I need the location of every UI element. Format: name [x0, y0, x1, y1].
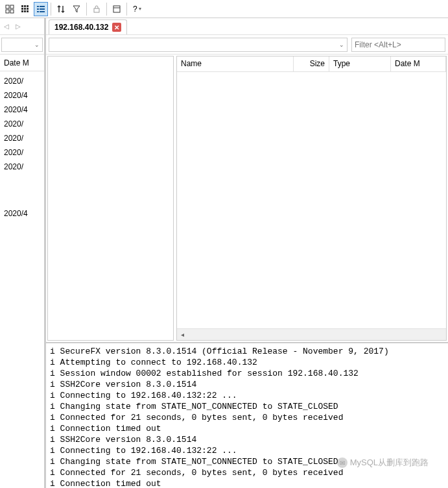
close-icon[interactable]: ✕	[112, 23, 121, 32]
svg-rect-2	[6, 10, 9, 13]
horizontal-scrollbar[interactable]: ◂	[177, 328, 446, 340]
svg-rect-11	[24, 10, 26, 12]
toolbar-separator	[51, 3, 51, 16]
column-header: Name Size Type Date M	[177, 56, 446, 72]
svg-rect-9	[27, 8, 29, 10]
tab-label: 192.168.40.132	[54, 23, 108, 32]
toolbar: ? ▾	[0, 0, 448, 18]
list-item[interactable]: 2020/4	[4, 206, 40, 221]
file-area: Name Size Type Date M ◂ i SecureFX versi…	[46, 55, 448, 488]
chevron-down-icon: ⌄	[339, 42, 344, 48]
date-list: 2020/2020/42020/42020/2020/2020/2020/ 20…	[0, 71, 44, 223]
svg-rect-16	[40, 8, 45, 10]
svg-rect-4	[21, 5, 23, 7]
svg-rect-13	[37, 6, 39, 7]
list-item[interactable]: 2020/4	[4, 88, 40, 103]
properties-button[interactable]	[110, 2, 124, 16]
svg-rect-17	[37, 11, 39, 12]
column-size[interactable]: Size	[294, 56, 329, 71]
file-list-body[interactable]	[177, 72, 446, 328]
file-split: Name Size Type Date M ◂	[46, 55, 448, 342]
svg-rect-14	[40, 6, 45, 7]
column-type[interactable]: Type	[329, 56, 391, 71]
session-tab[interactable]: 192.168.40.132 ✕	[49, 19, 127, 34]
svg-rect-7	[21, 8, 23, 10]
filter-row: ⌄	[46, 35, 448, 55]
left-panel: ◁ ▷ ⌄ Date M 2020/2020/42020/42020/2020/…	[0, 18, 45, 488]
chevron-down-icon: ▾	[139, 6, 141, 12]
help-button[interactable]: ? ▾	[130, 2, 145, 16]
svg-rect-19	[94, 8, 99, 12]
left-header[interactable]: Date M	[0, 55, 44, 71]
list-item[interactable]: 2020/	[4, 131, 40, 145]
column-name[interactable]: Name	[177, 56, 294, 71]
tree-pane[interactable]	[47, 56, 174, 341]
list-item[interactable]: 2020/	[4, 117, 40, 131]
help-label: ?	[133, 5, 137, 14]
svg-rect-6	[27, 5, 29, 7]
svg-rect-1	[10, 5, 14, 8]
main-area: ◁ ▷ ⌄ Date M 2020/2020/42020/42020/2020/…	[0, 18, 448, 488]
svg-rect-15	[37, 8, 39, 10]
svg-rect-3	[10, 10, 14, 13]
nav-row: ◁ ▷	[0, 18, 44, 35]
list-item[interactable]: 2020/	[4, 74, 40, 88]
svg-rect-10	[21, 10, 23, 12]
filter-button[interactable]	[69, 2, 84, 16]
toolbar-separator	[126, 3, 127, 16]
chevron-down-icon: ⌄	[34, 42, 40, 48]
svg-rect-12	[27, 10, 29, 12]
scroll-left-icon[interactable]: ◂	[177, 331, 187, 338]
path-combo-right[interactable]: ⌄	[49, 38, 348, 52]
combo-row: ⌄	[0, 35, 44, 55]
nav-back-icon[interactable]: ◁	[4, 23, 9, 30]
path-combo-left[interactable]: ⌄	[1, 38, 43, 52]
svg-rect-20	[113, 6, 120, 12]
toolbar-separator	[86, 3, 87, 16]
sort-button[interactable]	[54, 2, 68, 16]
view-large-icons-button[interactable]	[3, 2, 17, 16]
view-list-button[interactable]	[34, 2, 48, 16]
svg-rect-18	[40, 11, 45, 12]
right-panel: 192.168.40.132 ✕ ⌄ Name Size Type Date M	[45, 18, 448, 488]
tab-bar: 192.168.40.132 ✕	[46, 18, 448, 35]
toolbar-separator	[106, 3, 107, 16]
lock-button[interactable]	[89, 2, 104, 16]
list-pane: Name Size Type Date M ◂	[176, 56, 447, 341]
svg-rect-5	[24, 5, 26, 7]
svg-rect-8	[24, 8, 26, 10]
log-pane[interactable]: i SecureFX version 8.3.0.1514 (Official …	[46, 342, 448, 488]
list-item[interactable]: 2020/	[4, 160, 40, 174]
svg-rect-0	[6, 5, 9, 8]
nav-forward-icon[interactable]: ▷	[16, 23, 21, 30]
left-header-label: Date M	[4, 58, 29, 67]
filter-input[interactable]	[351, 38, 445, 52]
column-date[interactable]: Date M	[391, 56, 446, 71]
view-small-icons-button[interactable]	[18, 2, 32, 16]
list-item[interactable]: 2020/4	[4, 103, 40, 117]
list-item[interactable]: 2020/	[4, 145, 40, 160]
